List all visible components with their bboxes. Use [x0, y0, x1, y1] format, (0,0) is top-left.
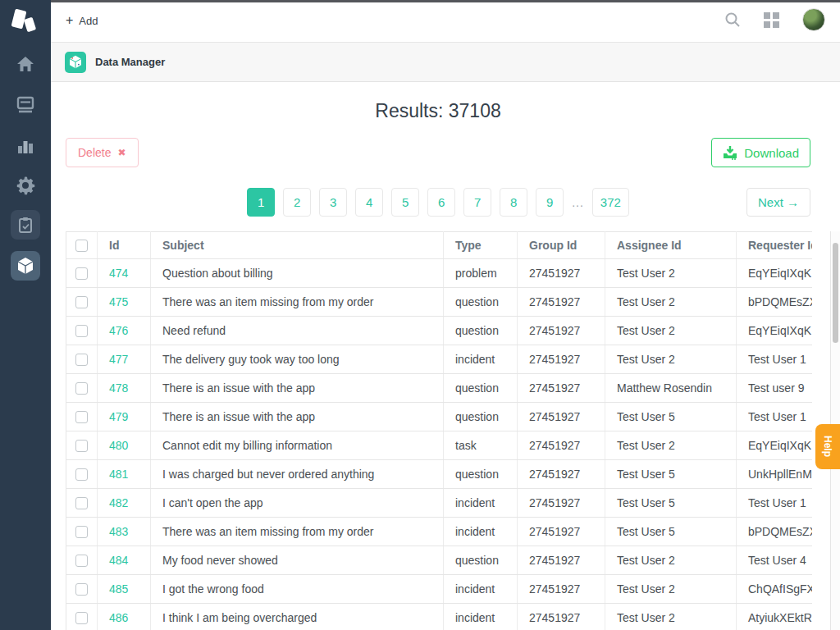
search-icon[interactable]: [724, 11, 741, 28]
row-select-cell: [66, 575, 98, 604]
row-checkbox[interactable]: [75, 497, 88, 509]
requester-id-cell: Test User 4: [737, 546, 813, 575]
sidebar-item-tasks-app[interactable]: [11, 210, 40, 240]
page-button[interactable]: 3: [319, 188, 347, 217]
results-table: Id Subject Type Group Id Assignee Id Req…: [66, 231, 812, 630]
assignee-id-cell: Test User 2: [605, 431, 737, 460]
col-header-type[interactable]: Type: [444, 232, 518, 259]
sidebar-item-home[interactable]: [0, 48, 51, 80]
subject-cell: Need refund: [151, 317, 444, 345]
assignee-id-cell: Test User 2: [605, 546, 737, 575]
col-header-requester-id[interactable]: Requester Id: [737, 232, 813, 259]
main-sidebar: [0, 0, 51, 630]
type-cell: question: [444, 546, 518, 575]
help-widget-button[interactable]: Help: [815, 424, 840, 469]
page-button[interactable]: 7: [463, 188, 491, 217]
cube-icon: [69, 55, 82, 69]
page-button[interactable]: 6: [427, 188, 455, 217]
table-row: 482 I can't open the app incident 274519…: [66, 489, 813, 518]
type-cell: task: [444, 431, 518, 460]
page-button[interactable]: 2: [283, 188, 311, 217]
ticket-id-link[interactable]: 474: [98, 259, 151, 288]
download-button[interactable]: Download: [711, 138, 810, 167]
subject-cell: I think I am being overcharged: [151, 604, 444, 630]
subject-cell: I can't open the app: [151, 489, 444, 518]
col-header-subject[interactable]: Subject: [151, 232, 444, 259]
ticket-id-link[interactable]: 486: [98, 604, 151, 630]
page-button[interactable]: 1: [247, 188, 275, 217]
table-row: 478 There is an issue with the app quest…: [66, 374, 813, 403]
row-checkbox[interactable]: [75, 526, 88, 538]
sidebar-item-views[interactable]: [0, 89, 51, 121]
sidebar-item-reporting[interactable]: [0, 130, 51, 162]
group-id-cell: 27451927: [518, 460, 605, 489]
next-page-button[interactable]: Next →: [746, 188, 810, 217]
delete-button[interactable]: Delete ✖: [66, 138, 139, 167]
row-checkbox[interactable]: [75, 411, 88, 423]
group-id-cell: 27451927: [518, 317, 605, 345]
row-checkbox[interactable]: [75, 354, 88, 366]
ticket-id-link[interactable]: 478: [98, 374, 151, 403]
col-header-id[interactable]: Id: [98, 232, 151, 259]
page-button[interactable]: 4: [355, 188, 383, 217]
pagination-ellipsis: ...: [572, 196, 584, 209]
logo-shape: [24, 17, 36, 33]
subject-cell: I was charged but never ordered anything: [151, 460, 444, 489]
ticket-id-link[interactable]: 484: [98, 546, 151, 575]
row-checkbox[interactable]: [75, 468, 88, 481]
row-checkbox[interactable]: [75, 583, 88, 596]
download-icon: [723, 146, 737, 160]
group-id-cell: 27451927: [518, 546, 605, 575]
sidebar-item-data-manager-app[interactable]: [11, 251, 40, 281]
add-tab-button[interactable]: + Add: [66, 14, 98, 27]
assignee-id-cell: Test User 5: [605, 518, 737, 546]
cube-icon: [17, 257, 34, 275]
ticket-id-link[interactable]: 479: [98, 403, 151, 431]
table-row: 481 I was charged but never ordered anyt…: [66, 460, 813, 489]
group-id-cell: 27451927: [518, 403, 605, 431]
ticket-id-link[interactable]: 483: [98, 518, 151, 546]
table-row: 475 There was an item missing from my or…: [66, 288, 813, 317]
ticket-id-link[interactable]: 485: [98, 575, 151, 604]
page-button[interactable]: 9: [536, 188, 564, 217]
ticket-id-link[interactable]: 477: [98, 345, 151, 374]
product-logo[interactable]: [11, 8, 39, 38]
row-select-cell: [66, 431, 98, 460]
assignee-id-cell: Test User 2: [605, 604, 737, 630]
page-button-last[interactable]: 372: [592, 188, 629, 217]
group-id-cell: 27451927: [518, 489, 605, 518]
row-checkbox[interactable]: [75, 555, 88, 567]
row-checkbox[interactable]: [75, 612, 88, 624]
bar-chart-icon: [16, 138, 34, 154]
close-icon: ✖: [117, 147, 126, 158]
app-grid-icon[interactable]: [764, 12, 779, 28]
ticket-id-link[interactable]: 481: [98, 460, 151, 489]
scrollbar-thumb[interactable]: [833, 243, 838, 343]
requester-id-cell: bPDQMEsZX: [737, 518, 813, 546]
requester-id-cell: Test User 1: [737, 345, 813, 374]
table-row: 477 The delivery guy took way too long i…: [66, 345, 813, 374]
ticket-id-link[interactable]: 476: [98, 317, 151, 345]
assignee-id-cell: Test User 2: [605, 288, 737, 317]
avatar[interactable]: [802, 8, 825, 31]
row-select-cell: [66, 403, 98, 431]
type-cell: incident: [444, 489, 518, 518]
row-checkbox[interactable]: [75, 440, 88, 452]
group-id-cell: 27451927: [518, 431, 605, 460]
row-checkbox[interactable]: [75, 267, 88, 280]
row-checkbox[interactable]: [75, 382, 88, 395]
page-button[interactable]: 5: [391, 188, 419, 217]
ticket-id-link[interactable]: 480: [98, 431, 151, 460]
results-table-container: Id Subject Type Group Id Assignee Id Req…: [66, 231, 812, 630]
ticket-id-link[interactable]: 475: [98, 288, 151, 317]
ticket-id-link[interactable]: 482: [98, 489, 151, 518]
col-header-group-id[interactable]: Group Id: [518, 232, 605, 259]
select-all-checkbox[interactable]: [75, 240, 88, 252]
page-button[interactable]: 8: [500, 188, 527, 217]
row-checkbox[interactable]: [75, 325, 88, 337]
sidebar-item-admin[interactable]: [0, 169, 51, 202]
table-row: 486 I think I am being overcharged incid…: [66, 604, 813, 630]
row-checkbox[interactable]: [75, 296, 88, 308]
assignee-id-cell: Test User 5: [605, 460, 737, 489]
col-header-assignee-id[interactable]: Assignee Id: [605, 232, 737, 259]
